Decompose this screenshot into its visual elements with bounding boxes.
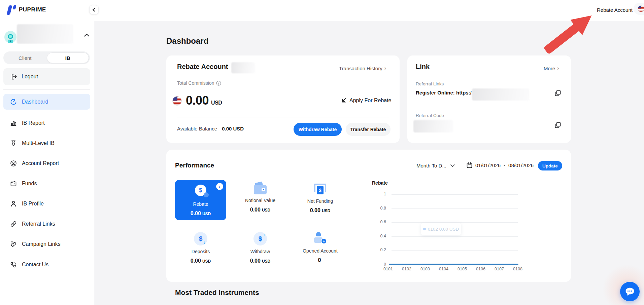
tile-net-funding[interactable]: $ Net Funding 0.00USD [292, 184, 349, 214]
withdraw-rebate-button[interactable]: Withdraw Rebate [294, 123, 342, 136]
chat-bubble-icon [624, 287, 635, 296]
sidebar: PUPRIME Client IB Logout [0, 0, 94, 305]
sidebar-item-label: Account Report [22, 160, 59, 166]
user-plus-icon: + [313, 232, 327, 245]
tile-opened-account[interactable]: + Opened Account 0 [292, 232, 349, 263]
tooltip-series-dot [423, 228, 426, 230]
sidebar-item-ib-report[interactable]: IB Report [3, 115, 90, 131]
sidebar-divider [3, 89, 90, 90]
update-button[interactable]: Update [538, 161, 562, 170]
sidebar-item-ib-profile[interactable]: IB Profile [3, 196, 90, 212]
transaction-history-label: Transaction History [339, 66, 382, 71]
tile-rebate[interactable]: $ › Rebate 0.00USD [175, 180, 226, 220]
sidebar-item-multi-level-ib[interactable]: Multi-Level IB [3, 135, 90, 151]
date-separator: - [504, 162, 505, 168]
phone-icon [10, 261, 17, 268]
x-axis-tick: 0108 [510, 267, 525, 271]
tile-value: 0.00USD [250, 258, 270, 264]
more-link[interactable]: More › [544, 65, 559, 72]
sidebar-item-funds[interactable]: Funds [3, 176, 90, 191]
apply-for-rebate-link[interactable]: Apply For Rebate [341, 98, 392, 104]
account-balance-dropdown[interactable]: (0 USD) [634, 3, 644, 15]
transfer-rebate-button[interactable]: Transfer Rebate [346, 123, 391, 136]
redacted-account-badge [231, 62, 255, 73]
sidebar-item-contact-us[interactable]: Contact Us [3, 257, 90, 272]
brand-logo: PUPRIME [5, 3, 46, 16]
chart-tooltip: 0102 0.00 USD [421, 223, 461, 235]
x-axis-tick: 0104 [436, 267, 451, 271]
sidebar-collapse-button[interactable] [89, 5, 99, 14]
transaction-history-link[interactable]: Transaction History › [339, 65, 386, 72]
rebate-account-label: Rebate Account [597, 7, 633, 13]
redacted-referral-code [413, 120, 453, 132]
logout-icon [11, 73, 18, 80]
chevron-right-icon: › [216, 183, 223, 190]
user-icon [10, 200, 17, 207]
x-axis-tick: 0103 [418, 267, 433, 271]
sidebar-item-label: Contact Us [22, 262, 48, 268]
sidebar-item-account-report[interactable]: Account Report [3, 155, 90, 171]
tile-value: 0.00USD [191, 258, 211, 264]
link-icon [10, 221, 17, 227]
wallet-icon [10, 180, 17, 187]
toggle-client[interactable]: Client [3, 51, 47, 64]
chart-title: Rebate [372, 180, 388, 186]
apply-for-rebate-label: Apply For Rebate [349, 98, 392, 104]
logout-label: Logout [22, 74, 38, 80]
total-commission-row: Total Commission [177, 80, 221, 86]
tile-label: Net Funding [307, 198, 333, 204]
sidebar-item-label: Multi-Level IB [22, 140, 55, 146]
app-root: Rebate Account (0 USD) [0, 0, 644, 305]
tooltip-text: 0102 0.00 USD [428, 227, 459, 232]
tile-label: Opened Account [303, 248, 338, 254]
puprime-logo-icon [5, 3, 17, 16]
redacted-user-name [17, 24, 73, 44]
sidebar-item-label: Funds [22, 181, 37, 187]
sidebar-item-referral-links[interactable]: Referral Links [3, 216, 90, 232]
date-to: 08/01/2026 [508, 162, 534, 168]
available-balance-label: Available Balance [177, 126, 217, 131]
tile-label: Rebate [193, 201, 208, 207]
y-axis-tick: 1 [374, 192, 386, 196]
chevron-right-icon: › [557, 65, 559, 72]
chevron-left-icon [92, 8, 96, 12]
y-axis-tick: 0.2 [374, 247, 386, 252]
x-axis-tick: 0107 [492, 267, 507, 271]
more-label: More [544, 66, 555, 71]
redacted-chart-area [450, 183, 466, 207]
avatar[interactable] [4, 31, 16, 43]
tile-withdraw[interactable]: $↑ Withdraw 0.00USD [232, 232, 289, 264]
period-value: Month To D... [416, 163, 446, 168]
date-range-picker[interactable]: 01/01/2026 - 08/01/2026 [467, 162, 534, 168]
info-icon[interactable] [216, 81, 221, 86]
chevron-down-icon [450, 164, 455, 167]
copy-icon[interactable] [555, 90, 561, 96]
chat-button[interactable] [620, 282, 640, 301]
available-balance-value: 0.00 USD [222, 126, 244, 131]
tile-deposits[interactable]: $↓ Deposits 0.00USD [172, 232, 229, 264]
wallet-blue-icon [254, 184, 267, 194]
most-traded-title: Most Traded Instruments [175, 289, 259, 297]
dollar-down-icon: $↓ [194, 232, 207, 245]
date-from: 01/01/2026 [475, 162, 501, 168]
chart-gridline [392, 208, 518, 209]
available-balance-row: Available Balance 0.00 USD [177, 126, 244, 131]
total-commission-label: Total Commission [177, 80, 214, 86]
apply-rebate-icon [341, 98, 347, 104]
x-axis-tick: 0101 [381, 267, 396, 271]
calendar-icon [467, 162, 472, 168]
rebate-series-line [389, 264, 518, 265]
tile-label: Deposits [192, 249, 210, 254]
total-commission-amount: 0.00USD [186, 93, 222, 108]
medal-icon [10, 140, 17, 147]
toggle-ib[interactable]: IB [47, 52, 89, 63]
copy-icon[interactable] [555, 122, 561, 128]
logout-button[interactable]: Logout [3, 68, 90, 85]
sidebar-item-label: Dashboard [22, 99, 48, 105]
tile-notional-value[interactable]: Notional Value 0.00USD [232, 184, 289, 213]
us-flag-icon [638, 5, 644, 12]
period-dropdown[interactable]: Month To D... [416, 163, 455, 168]
sidebar-item-dashboard[interactable]: Dashboard [3, 94, 90, 110]
chevron-up-icon[interactable] [84, 34, 89, 37]
sidebar-item-campaign-links[interactable]: Campaign Links [3, 236, 90, 252]
